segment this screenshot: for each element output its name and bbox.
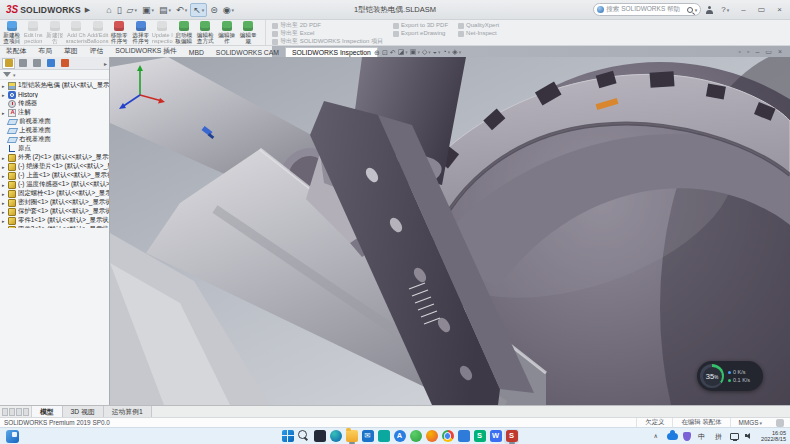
taskbar-app-blue[interactable] [456, 429, 471, 444]
tree-item[interactable]: 前视基准面 [0, 117, 109, 126]
ribbon-button[interactable]: Add Characteristic [66, 20, 88, 45]
ime-lang-indicator[interactable]: 中 [696, 430, 708, 442]
options-icon[interactable]: ◉ [221, 4, 236, 16]
doc-restore-icon[interactable]: ▫ [747, 47, 749, 56]
tree-item[interactable]: 上视基准面 [0, 126, 109, 135]
taskbar-app-green-circle[interactable] [408, 429, 423, 444]
minimize-button[interactable]: – [737, 1, 749, 19]
tree-item[interactable]: (-) 绝缘垫片<1> (默认<<默认>_显 [0, 162, 109, 171]
tray-expand-icon[interactable]: ∧ [650, 430, 662, 442]
print-icon[interactable]: ▤ [157, 4, 173, 16]
status-tag-icon[interactable] [776, 419, 784, 427]
ime-mode-indicator[interactable]: 拼 [713, 430, 725, 442]
display-icon[interactable] [730, 433, 739, 440]
tree-item[interactable]: 保护套<1> (默认<<默认>_显示状 [0, 207, 109, 216]
export-link[interactable]: 导出至 Excel [272, 30, 383, 37]
scene-icon[interactable]: ◈ [452, 47, 461, 57]
propertymanager-tab[interactable] [16, 58, 29, 69]
volume-icon[interactable] [744, 430, 756, 442]
command-tab[interactable]: 评估 [84, 45, 110, 57]
featuremanager-tab[interactable] [2, 58, 15, 69]
ribbon-button[interactable]: 编辑操作 [216, 20, 238, 45]
tree-item[interactable]: (-) 温度传感器<1> (默认<<默认>_ [0, 180, 109, 189]
command-tab[interactable]: 草图 [58, 45, 84, 57]
ribbon-button[interactable]: 新建报告 [44, 20, 66, 45]
tab-scroll-buttons[interactable] [0, 406, 32, 417]
tree-item[interactable]: 右视基准面 [0, 135, 109, 144]
tree-item[interactable]: 注解 [0, 108, 109, 117]
taskbar-edge[interactable] [328, 429, 343, 444]
undo-icon[interactable]: ↶ [174, 4, 189, 16]
document-tab[interactable]: 运动算例1 [104, 406, 152, 417]
save-icon[interactable]: ▣ [140, 4, 156, 16]
graphics-viewport[interactable]: 35% 0 K/s 0.1 K/s [110, 57, 790, 405]
ribbon-button[interactable]: Edit Inspection Project [23, 20, 45, 45]
ribbon-button[interactable]: Update Inspection Project [152, 20, 174, 45]
ribbon-button[interactable]: 编辑量规 [238, 20, 260, 45]
zoom-fit-icon[interactable]: ⊕ [374, 48, 380, 57]
export-link[interactable]: Export to 3D PDF [393, 22, 448, 29]
taskbar-file-explorer[interactable] [344, 429, 359, 444]
command-tab[interactable]: 装配体 [0, 45, 32, 57]
menu-expand-icon[interactable]: ▶ [85, 6, 90, 14]
select-icon[interactable]: ↖ [190, 3, 207, 17]
restore-button[interactable]: ▭ [754, 1, 770, 19]
taskbar-app-dark[interactable] [312, 429, 327, 444]
search-icon[interactable] [687, 7, 693, 13]
window-minimize-icon[interactable]: – [755, 47, 759, 56]
dimxpertmanager-tab[interactable] [44, 58, 57, 69]
close-button[interactable]: × [773, 1, 786, 19]
ribbon-button[interactable]: Add/Edit Balloons [87, 20, 109, 45]
export-link[interactable]: QualityXpert [458, 22, 499, 29]
previous-view-icon[interactable]: ↶ [390, 48, 396, 57]
command-tab[interactable]: SOLIDWORKS 插件 [109, 45, 183, 57]
taskbar-app-teal[interactable] [376, 429, 391, 444]
taskbar-browser-colorful[interactable] [424, 429, 439, 444]
accelerator-ball-widget[interactable]: 35% 0 K/s 0.1 K/s [697, 361, 763, 391]
taskbar-browser-blue[interactable]: A [392, 429, 407, 444]
home-icon[interactable]: ⌂ [104, 4, 113, 16]
command-tab[interactable]: SOLIDWORKS Inspection [285, 47, 378, 57]
cloud-icon[interactable] [667, 433, 678, 440]
window-restore-icon[interactable]: ▭ [765, 47, 772, 56]
rebuild-icon[interactable]: ⊜ [208, 4, 220, 16]
tree-item[interactable]: 原点 [0, 144, 109, 153]
status-item[interactable]: 欠定义 [636, 418, 672, 427]
ribbon-button[interactable]: 选择零件序号 [130, 20, 152, 45]
taskbar-clock[interactable]: 16:05 2022/8/15 [761, 430, 786, 442]
login-icon[interactable] [705, 6, 713, 14]
taskbar-chrome[interactable] [440, 429, 455, 444]
taskbar-wps[interactable]: W [488, 429, 503, 444]
tree-filter[interactable]: ▾ [0, 70, 109, 80]
tree-item[interactable]: 密封圈<1> (默认<<默认>_显示状 [0, 198, 109, 207]
command-tab[interactable]: SOLIDWORKS CAM [210, 48, 285, 57]
export-link[interactable]: 导出至 2D PDF [272, 22, 383, 29]
ribbon-button[interactable]: 移除零件序号 [109, 20, 131, 45]
tree-item[interactable]: 外壳 (2)<1> (默认<<默认>_显示状 [0, 153, 109, 162]
tree-item[interactable]: 零件1<1> (默认<<默认>_显示状态 [0, 216, 109, 225]
command-tab[interactable]: 布局 [32, 45, 58, 57]
document-tab[interactable]: 模型 [32, 406, 63, 417]
tree-item[interactable]: History [0, 90, 109, 99]
tree-item[interactable]: 固定螺栓<1> (默认<<默认>_显示 [0, 189, 109, 198]
search-button[interactable] [296, 429, 311, 444]
tree-root[interactable]: 1型铠装热电偶 (默认<默认_显示状态-1> [0, 81, 109, 90]
taskbar-app-green[interactable]: S [472, 429, 487, 444]
start-button[interactable] [280, 429, 295, 444]
taskbar-mail[interactable]: ✉ [360, 429, 375, 444]
appearance-icon[interactable]: ◔ [443, 47, 451, 57]
help-search-input[interactable]: 搜索 SOLIDWORKS 帮助 ▾ [593, 3, 701, 16]
command-tab[interactable]: MBD [183, 48, 210, 57]
taskbar-widgets-icon[interactable] [6, 430, 19, 443]
taskbar-solidworks[interactable]: S [504, 429, 519, 444]
document-tab[interactable]: 3D 视图 [63, 406, 104, 417]
view-orientation-icon[interactable]: ▣ [410, 47, 420, 57]
export-link[interactable]: Export eDrawing [393, 30, 448, 37]
hide-show-icon[interactable]: ◒ [433, 47, 441, 57]
security-shield-icon[interactable] [683, 432, 691, 441]
ribbon-button[interactable]: 新建检查项目(amp;N) [1, 20, 23, 45]
tree-item[interactable]: (-) 上盖<1> (默认<<默认>_显示状 [0, 171, 109, 180]
export-link[interactable]: Net-Inspect [458, 30, 499, 37]
configurationmanager-tab[interactable] [30, 58, 43, 69]
ribbon-button[interactable]: 启动模板编辑器 [173, 20, 195, 45]
